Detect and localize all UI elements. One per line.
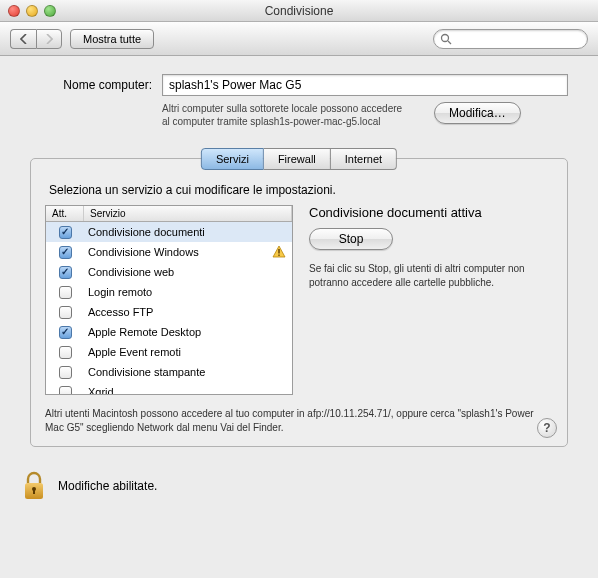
table-row[interactable]: Condivisione Windows — [46, 242, 292, 262]
computer-name-row: Nome computer: — [30, 74, 568, 96]
service-checkbox[interactable] — [59, 226, 72, 239]
window-title: Condivisione — [0, 4, 598, 18]
minimize-icon[interactable] — [26, 5, 38, 17]
tab-servizi[interactable]: Servizi — [201, 148, 264, 170]
table-row[interactable]: Login remoto — [46, 282, 292, 302]
service-checkbox[interactable] — [59, 346, 72, 359]
table-row[interactable]: Condivisione documenti — [46, 222, 292, 242]
svg-line-1 — [448, 41, 451, 44]
service-label: Apple Remote Desktop — [84, 326, 292, 338]
computer-name-input[interactable] — [162, 74, 568, 96]
service-label: Condivisione stampante — [84, 366, 292, 378]
edit-button[interactable]: Modifica… — [434, 102, 521, 124]
toolbar: Mostra tutte — [0, 22, 598, 56]
lock-text: Modifiche abilitate. — [58, 479, 157, 493]
table-row[interactable]: Apple Remote Desktop — [46, 322, 292, 342]
instruction-text: Seleziona un servizio a cui modificare l… — [49, 183, 553, 197]
table-body: Condivisione documentiCondivisione Windo… — [46, 222, 292, 394]
service-checkbox[interactable] — [59, 306, 72, 319]
service-label: Accesso FTP — [84, 306, 292, 318]
svg-rect-6 — [33, 489, 35, 494]
svg-rect-3 — [278, 255, 279, 256]
service-checkbox[interactable] — [59, 286, 72, 299]
service-checkbox[interactable] — [59, 266, 72, 279]
footnote-text: Altri utenti Macintosh possono accedere … — [45, 407, 553, 434]
stop-button[interactable]: Stop — [309, 228, 393, 250]
svg-point-0 — [442, 34, 449, 41]
service-label: Condivisione web — [84, 266, 292, 278]
close-icon[interactable] — [8, 5, 20, 17]
service-checkbox[interactable] — [59, 246, 72, 259]
service-label: Condivisione documenti — [84, 226, 292, 238]
col-service-header[interactable]: Servizio — [84, 206, 292, 221]
forward-button[interactable] — [36, 29, 62, 49]
table-header: Att. Servizio — [46, 206, 292, 222]
services-groupbox: Servizi Firewall Internet Seleziona un s… — [30, 158, 568, 447]
service-checkbox[interactable] — [59, 386, 72, 395]
search-input[interactable] — [456, 33, 581, 45]
service-label: Login remoto — [84, 286, 292, 298]
service-label: Condivisione Windows — [84, 245, 292, 259]
table-row[interactable]: Condivisione web — [46, 262, 292, 282]
services-table: Att. Servizio Condivisione documentiCond… — [45, 205, 293, 395]
chevron-right-icon — [45, 34, 53, 44]
table-row[interactable]: Xgrid — [46, 382, 292, 394]
window-titlebar: Condivisione — [0, 0, 598, 22]
tab-firewall[interactable]: Firewall — [264, 148, 331, 170]
help-button[interactable]: ? — [537, 418, 557, 438]
search-icon — [440, 33, 452, 45]
service-label: Apple Event remoti — [84, 346, 292, 358]
computer-name-label: Nome computer: — [30, 78, 152, 92]
svg-rect-2 — [278, 249, 279, 254]
tab-bar: Servizi Firewall Internet — [201, 148, 397, 170]
window-controls — [8, 5, 56, 17]
chevron-left-icon — [20, 34, 28, 44]
computer-name-hint: Altri computer sulla sottorete locale po… — [162, 102, 412, 128]
back-button[interactable] — [10, 29, 36, 49]
lock-icon — [20, 469, 48, 503]
content-area: Nome computer: Altri computer sulla sott… — [0, 56, 598, 515]
table-row[interactable]: Accesso FTP — [46, 302, 292, 322]
service-detail: Condivisione documenti attiva Stop Se fa… — [309, 205, 553, 395]
tab-internet[interactable]: Internet — [331, 148, 397, 170]
service-checkbox[interactable] — [59, 326, 72, 339]
service-checkbox[interactable] — [59, 366, 72, 379]
service-label: Xgrid — [84, 386, 292, 394]
service-status-title: Condivisione documenti attiva — [309, 205, 553, 220]
search-field[interactable] — [433, 29, 588, 49]
warning-icon — [272, 245, 286, 259]
zoom-icon[interactable] — [44, 5, 56, 17]
table-row[interactable]: Condivisione stampante — [46, 362, 292, 382]
service-description: Se fai clic su Stop, gli utenti di altri… — [309, 262, 529, 289]
col-active-header[interactable]: Att. — [46, 206, 84, 221]
show-all-button[interactable]: Mostra tutte — [70, 29, 154, 49]
nav-segment — [10, 29, 62, 49]
lock-row[interactable]: Modifiche abilitate. — [20, 469, 568, 503]
table-row[interactable]: Apple Event remoti — [46, 342, 292, 362]
